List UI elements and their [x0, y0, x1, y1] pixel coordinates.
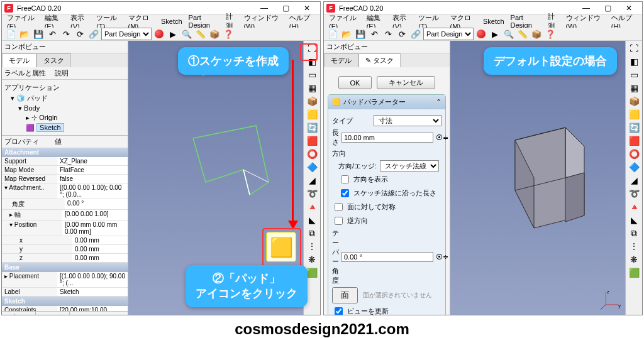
redo-icon[interactable]: ↷ [382, 28, 394, 40]
hole-icon[interactable]: ⭕ [627, 148, 641, 160]
groove-icon[interactable]: 🔷 [305, 161, 319, 173]
mirror-icon[interactable]: ⧉ [305, 227, 319, 239]
top-view-icon[interactable]: ▦ [627, 82, 641, 94]
refresh-icon[interactable]: ⟳ [74, 28, 86, 40]
arrow-line [292, 60, 294, 223]
record-icon[interactable] [153, 28, 165, 40]
callout-1: ①スケッチを作成 [178, 47, 289, 75]
length-input[interactable] [341, 133, 433, 143]
top-view-icon[interactable]: ▦ [305, 82, 319, 94]
tab-model[interactable]: モデル [2, 53, 36, 67]
cancel-button[interactable]: キャンセル [377, 76, 435, 89]
redo-icon[interactable]: ↷ [60, 28, 72, 40]
tree-sketch[interactable]: 🟪 Sketch [4, 123, 125, 133]
mirror-icon[interactable]: ⧉ [627, 227, 641, 239]
fit-all-icon[interactable]: ⛶ [627, 42, 641, 55]
spinner-icon[interactable]: ⦿≑ [436, 253, 448, 261]
new-icon[interactable]: 📄 [4, 28, 17, 40]
workbench-select[interactable]: Part Design [101, 28, 152, 40]
tree-pad[interactable]: ▾ 🧊 パッド [4, 93, 125, 104]
linear-pattern-icon[interactable]: ⋮ [627, 240, 641, 253]
front-view-icon[interactable]: ▭ [627, 68, 641, 81]
pad-icon[interactable]: 🟨 [305, 108, 319, 121]
box-icon[interactable]: 📦 [530, 28, 543, 40]
help-icon[interactable]: ❓ [222, 28, 235, 40]
pocket-icon[interactable]: 🟥 [305, 134, 319, 147]
update-view-checkbox[interactable] [335, 307, 343, 315]
3d-viewport[interactable]: zy Fパッド : 1✕ ⛶ ◧ ▭ ▦ 📦 🟨 🔄 🟥 ⭕ 🔷 ◢ ➰ 🔺 ◣… [450, 41, 642, 315]
linear-pattern-icon[interactable]: ⋮ [305, 240, 319, 253]
undo-icon[interactable]: ↶ [368, 28, 380, 40]
face-button[interactable]: 面 [332, 287, 358, 303]
model-tree[interactable]: アプリケーション ▾ 🧊 パッド ▾ Body ▸ ⊹ Origin 🟪 Ske… [2, 80, 128, 135]
spinner-icon[interactable]: ⦿≑ [436, 134, 448, 142]
type-select[interactable]: 寸法 [374, 115, 441, 126]
measure-icon[interactable]: 📏 [516, 28, 529, 40]
tab-task[interactable]: ✎ タスク [358, 53, 401, 67]
taper-input[interactable] [341, 252, 433, 262]
freecad-window-left: F FreeCAD 0.20 — ▢ ✕ ファイル(F) 編集(E) 表示(V)… [1, 1, 321, 315]
fillet-icon[interactable]: 🔺 [305, 200, 319, 213]
along-normal-checkbox[interactable] [341, 189, 349, 197]
refresh-icon[interactable]: ⟳ [396, 28, 408, 40]
link-icon[interactable]: 🔗 [87, 28, 100, 40]
box-icon[interactable]: 📦 [208, 28, 221, 40]
tab-model[interactable]: モデル [324, 53, 358, 67]
menubar: ファイル(F) 編集(E) 表示(V) ツール(T) マクロ(M) Sketch… [324, 15, 642, 28]
svg-line-1 [243, 170, 250, 195]
tree-origin[interactable]: ▸ ⊹ Origin [4, 113, 125, 123]
new-icon[interactable]: 📄 [326, 28, 339, 40]
workbench-select[interactable]: Part Design [423, 28, 474, 40]
loft-icon[interactable]: ◢ [627, 174, 641, 187]
search-icon[interactable]: 🔍 [180, 28, 193, 40]
pad-icon[interactable]: 🟨 [627, 108, 641, 121]
box-tool-icon[interactable]: 📦 [627, 95, 641, 107]
menu-sketch[interactable]: Sketch [158, 16, 185, 26]
menu-sketch[interactable]: Sketch [480, 16, 507, 26]
sweep-icon[interactable]: ➰ [305, 187, 319, 200]
loft-icon[interactable]: ◢ [305, 174, 319, 187]
document-tab[interactable]: Fパッド : 1✕ [469, 315, 518, 315]
tree-body[interactable]: ▾ Body [4, 104, 125, 113]
symmetric-checkbox[interactable] [335, 203, 343, 211]
iso-view-icon[interactable]: ◧ [627, 55, 641, 68]
sketch-wireframe [162, 119, 287, 245]
measure-icon[interactable]: 📏 [194, 28, 207, 40]
chamfer-icon[interactable]: ◣ [305, 214, 319, 226]
show-direction-checkbox[interactable] [341, 175, 349, 183]
prop-col-value: 値 [55, 137, 62, 146]
revolution-icon[interactable]: 🔄 [627, 121, 641, 134]
record-icon[interactable] [475, 28, 487, 40]
stop-icon[interactable]: ▶ [167, 28, 179, 40]
ok-button[interactable]: OK [338, 76, 372, 89]
revolution-icon[interactable]: 🔄 [305, 121, 319, 134]
open-icon[interactable]: 📂 [340, 28, 353, 40]
right-toolbar: ⛶ ◧ ▭ ▦ 📦 🟨 🔄 🟥 ⭕ 🔷 ◢ ➰ 🔺 ◣ ⧉ ⋮ ❋ 🟩 [625, 41, 642, 315]
hole-icon[interactable]: ⭕ [305, 148, 319, 160]
tab-data[interactable]: データ [36, 312, 70, 315]
boolean-icon[interactable]: 🟩 [627, 266, 641, 279]
chamfer-icon[interactable]: ◣ [627, 214, 641, 226]
tab-view[interactable]: ビュー [2, 312, 36, 315]
save-icon[interactable]: 💾 [354, 28, 367, 40]
collapse-icon[interactable]: ⌃ [436, 98, 441, 106]
reverse-checkbox[interactable] [335, 217, 343, 225]
front-view-icon[interactable]: ▭ [305, 68, 319, 81]
polar-pattern-icon[interactable]: ❋ [627, 253, 641, 266]
tab-task[interactable]: タスク [36, 53, 71, 67]
edge-select[interactable]: スケッチ法線 [380, 160, 439, 172]
sweep-icon[interactable]: ➰ [627, 187, 641, 200]
groove-icon[interactable]: 🔷 [627, 161, 641, 173]
undo-icon[interactable]: ↶ [46, 28, 58, 40]
box-tool-icon[interactable]: 📦 [305, 95, 319, 107]
help-icon[interactable]: ❓ [544, 28, 557, 40]
open-icon[interactable]: 📂 [18, 28, 31, 40]
fillet-icon[interactable]: 🔺 [627, 200, 641, 213]
prop-col-name: プロパティ [4, 137, 55, 146]
polar-pattern-icon[interactable]: ❋ [305, 253, 319, 266]
save-icon[interactable]: 💾 [32, 28, 45, 40]
pocket-icon[interactable]: 🟥 [627, 134, 641, 147]
link-icon[interactable]: 🔗 [409, 28, 422, 40]
search-icon[interactable]: 🔍 [502, 28, 515, 40]
stop-icon[interactable]: ▶ [489, 28, 501, 40]
